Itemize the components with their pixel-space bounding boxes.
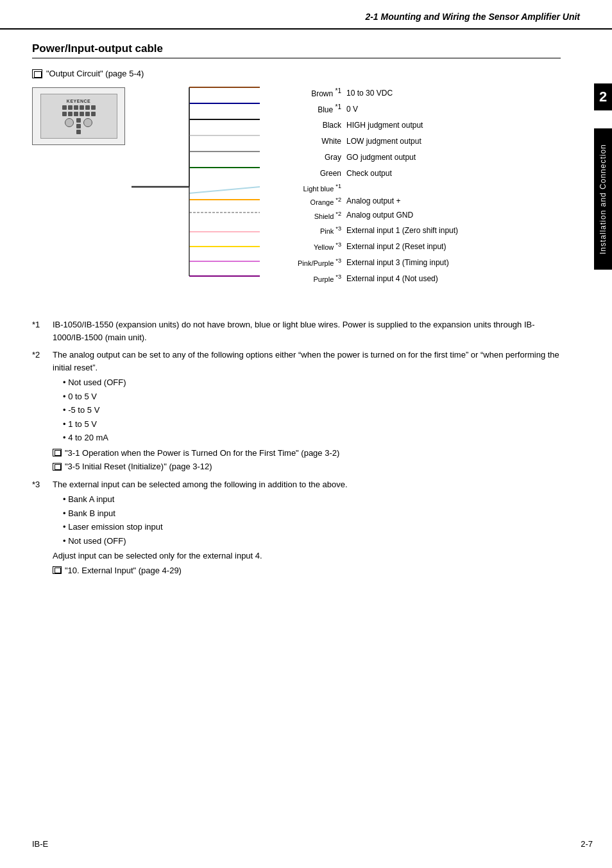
wire-color-11: Yellow *3 xyxy=(279,241,346,251)
wire-row-2: Blue *1 0 V xyxy=(279,101,458,117)
wire-label-1: 10 to 30 VDC xyxy=(346,89,393,98)
ref-icon xyxy=(32,69,42,78)
wire-row-4: White LOW judgment output xyxy=(279,133,458,149)
wire-label-11: External input 2 (Reset input) xyxy=(346,242,446,251)
wire-label-8: Analog output + xyxy=(346,196,400,205)
footnote-2: *2 The analog output can be set to any o… xyxy=(32,349,561,473)
wire-color-10: Pink *3 xyxy=(279,225,346,235)
footnote-marker-3: *3 xyxy=(32,478,47,577)
wire-label-10: External input 1 (Zero shift input) xyxy=(346,226,458,235)
chapter-number: 2 xyxy=(594,83,612,110)
main-content: Power/Input-output cable "Output Circuit… xyxy=(0,30,593,595)
footnote-marker-1: *1 xyxy=(32,318,47,343)
wire-label-6: Check output xyxy=(346,169,392,178)
page-header: 2-1 Mounting and Wiring the Sensor Ampli… xyxy=(0,0,612,30)
footnote-3-bullets: • Bank A input • Bank B input • Laser em… xyxy=(63,493,561,547)
section-title: Power/Input-output cable xyxy=(32,42,561,58)
wire-row-13: Purple *3 External input 4 (Not used) xyxy=(279,270,458,286)
wire-color-6: Green xyxy=(279,169,346,178)
footnote-3-extra: Adjust input can be selected only for th… xyxy=(53,550,561,562)
footer-right: 2-7 xyxy=(581,839,593,849)
ref-icon-sm xyxy=(53,566,62,574)
footnote-body-2: The analog output can be set to any of t… xyxy=(53,349,561,473)
wire-color-4: White xyxy=(279,137,346,146)
bullet-item: • 1 to 5 V xyxy=(63,418,561,431)
bullet-item: • 0 to 5 V xyxy=(63,390,561,403)
bullet-item: • Bank A input xyxy=(63,493,561,506)
wire-color-2: Blue *1 xyxy=(279,103,346,114)
page: 2-1 Mounting and Wiring the Sensor Ampli… xyxy=(0,0,612,868)
wire-label-13: External input 4 (Not used) xyxy=(346,274,438,283)
footnote-1: *1 IB-1050/IB-1550 (expansion units) do … xyxy=(32,318,561,343)
wire-row-10: Pink *3 External input 1 (Zero shift inp… xyxy=(279,222,458,238)
footnote-3-ref-1: "10. External Input" (page 4-29) xyxy=(53,564,561,577)
wire-row-7: Light blue *1 xyxy=(279,181,458,194)
wire-color-1: Brown *1 xyxy=(279,87,346,98)
wire-label-4: LOW judgment output xyxy=(346,137,421,146)
wire-color-12: Pink/Purple *3 xyxy=(279,257,346,267)
footnotes: *1 IB-1050/IB-1550 (expansion units) do … xyxy=(32,318,561,577)
bullet-item: • Bank B input xyxy=(63,507,561,520)
wire-color-8: Orange *2 xyxy=(279,196,346,206)
page-footer: IB-E 2-7 xyxy=(32,839,593,849)
footnote-marker-2: *2 xyxy=(32,349,47,473)
wire-color-7: Light blue *1 xyxy=(279,183,346,193)
footnote-body-1: IB-1050/IB-1550 (expansion units) do not… xyxy=(53,318,561,343)
wire-row-6: Green Check output xyxy=(279,165,458,181)
ref-link: "Output Circuit" (page 5-4) xyxy=(32,69,561,78)
wire-color-13: Purple *3 xyxy=(279,273,346,283)
wire-color-5: Gray xyxy=(279,153,346,162)
chapter-tab: Installation and Connection xyxy=(594,128,612,270)
wire-label-12: External input 3 (Timing input) xyxy=(346,258,449,267)
wire-color-3: Black xyxy=(279,121,346,130)
footer-left: IB-E xyxy=(32,839,48,849)
device-illustration: KEYENCE xyxy=(32,87,125,145)
wire-row-8: Orange *2 Analog output + xyxy=(279,194,458,208)
bullet-item: • Laser emission stop input xyxy=(63,521,561,534)
footnote-2-bullets: • Not used (OFF) • 0 to 5 V • -5 to 5 V … xyxy=(63,376,561,444)
wire-label-3: HIGH judgment output xyxy=(346,121,423,130)
wire-row-9: Shield *2 Analog output GND xyxy=(279,208,458,222)
footnote-3: *3 The external input can be selected am… xyxy=(32,478,561,577)
footnote-2-ref-1: "3-1 Operation when the Power is Turned … xyxy=(53,447,561,460)
wire-row-5: Gray GO judgment output xyxy=(279,149,458,165)
wire-row-12: Pink/Purple *3 External input 3 (Timing … xyxy=(279,254,458,270)
svg-line-10 xyxy=(189,187,260,193)
bullet-item: • 4 to 20 mA xyxy=(63,431,561,444)
wire-row-11: Yellow *3 External input 2 (Reset input) xyxy=(279,238,458,254)
bullet-item: • Not used (OFF) xyxy=(63,376,561,389)
wire-label-2: 0 V xyxy=(346,105,358,114)
wiring-svg xyxy=(125,68,279,306)
wire-label-9: Analog output GND xyxy=(346,211,413,220)
wire-label-5: GO judgment output xyxy=(346,153,416,162)
bullet-item: • -5 to 5 V xyxy=(63,404,561,417)
ref-icon-sm xyxy=(53,449,62,456)
wire-color-9: Shield *2 xyxy=(279,211,346,220)
header-title: 2-1 Mounting and Wiring the Sensor Ampli… xyxy=(365,12,580,22)
wire-row-3: Black HIGH judgment output xyxy=(279,117,458,133)
footnote-body-3: The external input can be selected among… xyxy=(53,478,561,577)
bullet-item: • Not used (OFF) xyxy=(63,535,561,548)
ref-icon-sm xyxy=(53,463,62,471)
wire-row-1: Brown *1 10 to 30 VDC xyxy=(279,85,458,101)
wiring-diagram: KEYENCE xyxy=(32,87,561,306)
footnote-2-ref-2: "3-5 Initial Reset (Initialize)" (page 3… xyxy=(53,460,561,473)
